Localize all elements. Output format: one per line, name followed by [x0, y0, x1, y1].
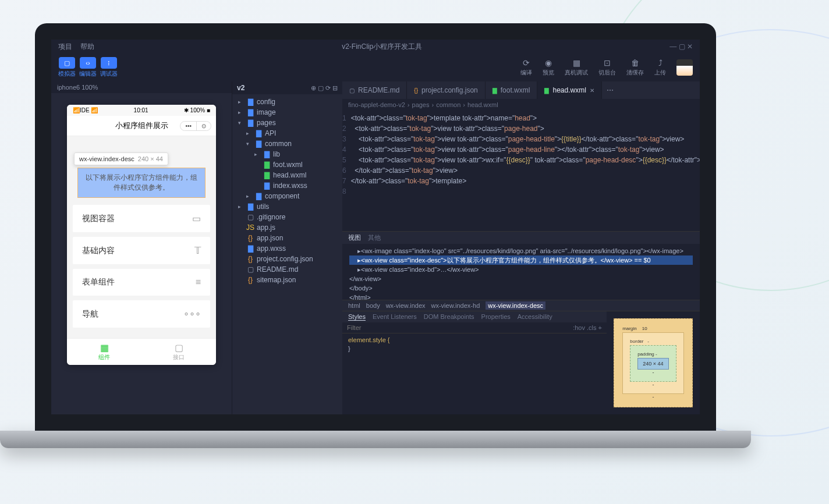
window-title: v2-FinClip小程序开发工具: [102, 42, 661, 52]
tree-item[interactable]: ▇foot.wxml: [232, 159, 342, 170]
menu-project[interactable]: 项目: [58, 42, 72, 52]
laptop-base: [0, 431, 751, 448]
styles-tab[interactable]: Accessibility: [518, 313, 552, 321]
action-clear-cache[interactable]: 🗑清缓存: [626, 58, 644, 77]
tree-item[interactable]: ▾▇pages: [232, 118, 342, 128]
tree-item[interactable]: {}sitemap.json: [232, 275, 342, 285]
phone-titlebar: 小程序组件展示 •••⊙: [67, 116, 216, 136]
dom-crumb-item[interactable]: wx-view.index-hd: [431, 302, 480, 309]
editor-area: ▢README.md{}project.config.json▇foot.wxm…: [342, 81, 700, 414]
dom-crumb-item[interactable]: html: [348, 302, 360, 309]
editor-tab[interactable]: ▇foot.wxml: [486, 81, 538, 99]
inspector-tooltip: wx-view.index-desc240 × 44: [74, 152, 168, 165]
styles-tab[interactable]: Event Listeners: [373, 313, 417, 321]
camera-dot: [374, 29, 377, 33]
devtools-tab-view[interactable]: 视图: [348, 233, 361, 242]
menubar: 项目 帮助 v2-FinClip小程序开发工具 — ▢ ✕: [51, 40, 700, 54]
editor-tab[interactable]: {}project.config.json: [407, 81, 485, 99]
styles-filter-extras[interactable]: :hov .cls +: [573, 324, 602, 331]
capsule-button[interactable]: •••⊙: [180, 121, 211, 131]
tree-item[interactable]: ▸▇config: [232, 97, 342, 107]
action-switch-bg[interactable]: ⊡切后台: [598, 58, 616, 77]
action-preview[interactable]: ◉预览: [543, 58, 554, 77]
simulator-device-info: iphone6 100%: [51, 81, 232, 93]
editor-tab[interactable]: ▇head.wxml✕: [537, 81, 601, 99]
tree-item[interactable]: ▸▇API: [232, 128, 342, 139]
breadcrumb: fino-applet-demo-v2›pages›common›head.wx…: [342, 99, 700, 111]
mode-editor[interactable]: ‹›编辑器: [79, 57, 97, 78]
css-rules[interactable]: element.style {}</span><span class="sel"…: [342, 333, 607, 414]
styles-tab[interactable]: DOM Breakpoints: [424, 313, 474, 321]
styles-tab[interactable]: Properties: [481, 313, 511, 321]
explorer-actions[interactable]: ⊕ ▢ ⟳ ⊟: [311, 84, 338, 92]
dom-crumb-item[interactable]: body: [366, 302, 380, 309]
explorer-root[interactable]: v2: [237, 84, 245, 92]
phone-menu-item[interactable]: 导航∘∘∘: [73, 300, 210, 328]
styles-filter-input[interactable]: [347, 324, 568, 331]
user-avatar[interactable]: [676, 59, 693, 76]
mode-debugger[interactable]: ⫶调试器: [100, 57, 118, 78]
action-remote-debug[interactable]: ▦真机调试: [565, 58, 588, 77]
devtools-dom-tree[interactable]: ▸<wx-image class="index-logo" src="../re…: [342, 244, 700, 300]
file-tree: ▸▇config▸▇image▾▇pages▸▇API▾▇common▸▇lib…: [232, 94, 342, 414]
tab-components[interactable]: ▦组件: [67, 339, 141, 365]
mode-simulator[interactable]: ▢模拟器: [58, 57, 76, 78]
highlighted-element[interactable]: 以下将展示小程序官方组件能力，组件样式仅供参考。: [77, 168, 206, 198]
tree-item[interactable]: JSapp.js: [232, 222, 342, 233]
tabs-more[interactable]: ⋯: [602, 81, 618, 99]
editor-tab[interactable]: ▢README.md: [342, 81, 407, 99]
simulator-panel: iphone6 100% 📶IDE 📶 10:01 ✱ 100% ■ 小程序组件…: [51, 81, 232, 414]
tree-item[interactable]: ▇head.wxml: [232, 170, 342, 180]
tree-item[interactable]: ▸▇utils: [232, 201, 342, 212]
devtools-panel: 视图 其他 ▸<wx-image class="index-logo" src=…: [342, 231, 700, 414]
tree-item[interactable]: ▇index.wxss: [232, 180, 342, 191]
tab-api[interactable]: ▢接口: [141, 339, 216, 365]
tree-item[interactable]: {}project.config.json: [232, 254, 342, 264]
phone-menu-item[interactable]: 视图容器▭: [73, 205, 210, 232]
ide-window: 项目 帮助 v2-FinClip小程序开发工具 — ▢ ✕ ▢模拟器 ‹›编辑器…: [51, 40, 700, 414]
tree-item[interactable]: ▢.gitignore: [232, 212, 342, 222]
tree-item[interactable]: ▸▇component: [232, 191, 342, 201]
action-upload[interactable]: ⤴上传: [654, 58, 666, 77]
tree-item[interactable]: ▇app.wxss: [232, 243, 342, 254]
dom-crumb-item[interactable]: wx-view.index-desc: [486, 301, 545, 310]
menu-help[interactable]: 帮助: [80, 42, 94, 52]
devtools-tab-other[interactable]: 其他: [368, 233, 381, 242]
dom-crumb-item[interactable]: wx-view.index: [386, 302, 426, 309]
phone-menu-item[interactable]: 表单组件≡: [73, 269, 210, 296]
code-editor[interactable]: 12345678 <tok-attr">class="tok-tag">temp…: [342, 111, 700, 231]
laptop-frame: 项目 帮助 v2-FinClip小程序开发工具 — ▢ ✕ ▢模拟器 ‹›编辑器…: [35, 23, 716, 448]
devtools-main-tabs: 视图 其他: [342, 232, 700, 244]
tree-item[interactable]: ▢README.md: [232, 264, 342, 275]
phone-tabbar: ▦组件 ▢接口: [67, 338, 216, 365]
phone-statusbar: 📶IDE 📶 10:01 ✱ 100% ■: [67, 105, 216, 116]
tree-item[interactable]: {}app.json: [232, 233, 342, 243]
devtools-breadcrumb[interactable]: htmlbodywx-view.indexwx-view.index-hdwx-…: [342, 300, 700, 311]
tree-item[interactable]: ▾▇common: [232, 139, 342, 149]
action-compile[interactable]: ⟳编译: [520, 58, 532, 77]
tree-item[interactable]: ▸▇lib: [232, 149, 342, 159]
file-explorer: v2 ⊕ ▢ ⟳ ⊟ ▸▇config▸▇image▾▇pages▸▇API▾▇…: [232, 81, 342, 414]
phone-menu-item[interactable]: 基础内容𝕋: [73, 237, 210, 264]
box-model: margin 10 border - padding - 240 × 44 -: [607, 311, 700, 414]
toolbar: ▢模拟器 ‹›编辑器 ⫶调试器 ⟳编译 ◉预览 ▦真机调试 ⊡切后台 🗑清缓存 …: [51, 54, 700, 81]
tree-item[interactable]: ▸▇image: [232, 107, 342, 118]
styles-tab[interactable]: Styles: [348, 313, 366, 321]
window-controls[interactable]: — ▢ ✕: [669, 42, 693, 51]
editor-tabs: ▢README.md{}project.config.json▇foot.wxm…: [342, 81, 700, 99]
devtools-styles: StylesEvent ListenersDOM BreakpointsProp…: [342, 311, 607, 414]
phone-preview: 📶IDE 📶 10:01 ✱ 100% ■ 小程序组件展示 •••⊙ wx-v: [67, 105, 216, 365]
